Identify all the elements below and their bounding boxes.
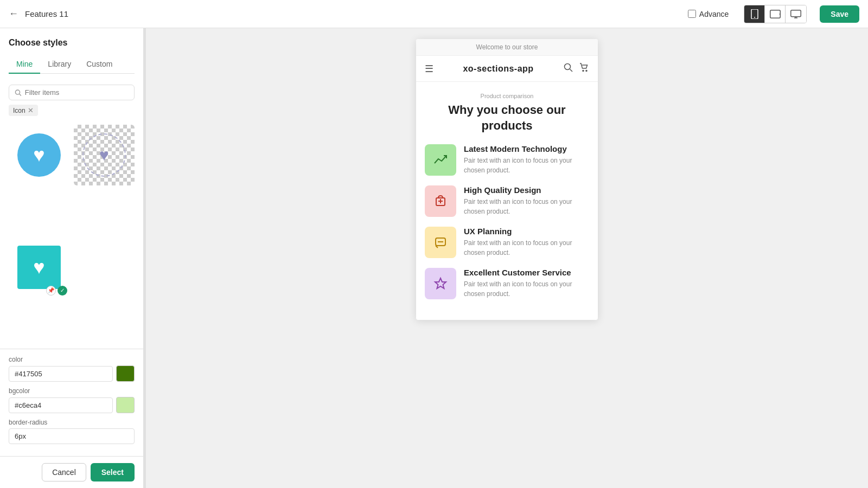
feature-text-2: High Quality Design Pair text with an ic… [464,185,589,216]
feature-title-1: Latest Modern Technology [464,144,589,153]
search-icon [15,89,22,97]
topbar: ← Features 11 Advance Save [0,0,868,28]
style-grid: ♥ ♥ ♥ 📌 ✓ [0,120,143,349]
feature-title-4: Excellent Customer Service [464,268,589,277]
filter-tag-label: Icon [13,107,25,114]
style-badges: 📌 ✓ [46,286,67,296]
heart-outline-icon: ♥ [82,133,126,177]
color-swatch[interactable] [116,365,135,382]
feature-text-3: UX Planning Pair text with an icon to fo… [464,227,589,258]
sidebar-header: Choose styles Mine Library Custom [0,28,143,78]
canvas: Welcome to our store ☰ xo-sections-app P… [146,28,868,488]
device-desktop-btn[interactable] [786,5,806,23]
feature-icon-3 [425,227,456,258]
border-radius-input-row [9,428,135,444]
bgcolor-input-row [9,397,135,413]
preview-brand: xo-sections-app [463,64,533,74]
svg-point-1 [754,17,755,18]
cart-nav-icon [579,62,589,75]
border-radius-prop: border-radius [9,419,135,444]
svg-marker-18 [435,278,446,288]
device-switcher [744,5,807,23]
feature-text-1: Latest Modern Technology Pair text with … [464,144,589,175]
svg-line-10 [570,69,573,72]
svg-point-12 [586,70,587,72]
back-icon[interactable]: ← [9,8,18,20]
sidebar-tabs: Mine Library Custom [9,55,135,74]
main-layout: Choose styles Mine Library Custom Icon ✕… [0,28,868,488]
feature-desc-4: Pair text with an icon to focus on your … [464,279,589,299]
preview-phone: Welcome to our store ☰ xo-sections-app P… [416,39,598,320]
search-input[interactable] [25,88,129,97]
tab-mine[interactable]: Mine [9,55,40,74]
feature-desc-3: Pair text with an icon to focus on your … [464,238,589,258]
feature-icon-1 [425,144,456,176]
style-preview-2: ♥ [74,125,135,185]
bgcolor-swatch[interactable] [116,397,135,413]
svg-line-8 [20,94,21,95]
filter-tag-remove[interactable]: ✕ [28,106,34,114]
filter-tags: Icon ✕ [0,105,143,120]
feature-desc-2: Pair text with an icon to focus on your … [464,197,589,216]
search-nav-icon [563,62,573,75]
style-item-3[interactable]: ♥ 📌 ✓ [9,237,69,298]
advance-label: Advance [699,10,729,18]
advance-toggle[interactable]: Advance [688,10,729,18]
page-title: Features 11 [25,9,68,18]
style-item-1[interactable]: ♥ [9,125,69,185]
hamburger-icon: ☰ [425,63,433,75]
sidebar-properties: color bgcolor border-radius [0,349,143,456]
svg-rect-4 [791,10,801,16]
tab-custom[interactable]: Custom [79,55,120,74]
sidebar: Choose styles Mine Library Custom Icon ✕… [0,28,144,488]
svg-rect-2 [770,10,781,18]
save-button[interactable]: Save [820,5,859,23]
filter-tag-icon: Icon ✕ [9,105,38,116]
bgcolor-label: bgcolor [9,387,135,395]
svg-point-11 [583,70,584,72]
device-mobile-btn[interactable] [744,5,765,23]
heart-teal-icon: ♥ [17,246,61,289]
style-item-2[interactable]: ♥ [74,125,135,185]
border-radius-label: border-radius [9,419,135,426]
color-input-row [9,365,135,382]
feature-item-3: UX Planning Pair text with an icon to fo… [425,227,589,258]
svg-point-3 [779,14,780,15]
cancel-button[interactable]: Cancel [42,463,86,481]
device-tablet-btn[interactable] [765,5,786,23]
check-badge: ✓ [58,286,67,296]
search-box [9,85,135,100]
preview-navbar: ☰ xo-sections-app [416,56,598,82]
feature-item-2: High Quality Design Pair text with an ic… [425,185,589,217]
color-input[interactable] [9,366,113,382]
preview-heading: Why you choose our products [425,102,589,133]
sidebar-title: Choose styles [9,38,135,48]
feature-title-3: UX Planning [464,227,589,236]
heart-blue-icon: ♥ [17,133,61,177]
preview-store-bar: Welcome to our store [416,39,598,56]
advance-checkbox[interactable] [688,10,696,18]
preview-subtitle: Product comparison [425,93,589,99]
svg-point-7 [15,89,20,94]
tab-library[interactable]: Library [40,55,79,74]
style-preview-1: ♥ [9,125,69,185]
feature-text-4: Excellent Customer Service Pair text wit… [464,268,589,299]
preview-navbar-icons [563,62,589,75]
feature-icon-2 [425,185,456,217]
feature-item-4: Excellent Customer Service Pair text wit… [425,268,589,299]
bgcolor-prop: bgcolor [9,387,135,413]
sidebar-footer: Cancel Select [0,456,143,488]
feature-item-1: Latest Modern Technology Pair text with … [425,144,589,176]
feature-desc-1: Pair text with an icon to focus on your … [464,156,589,175]
color-label: color [9,356,135,363]
bgcolor-input[interactable] [9,397,113,413]
preview-content: Product comparison Why you choose our pr… [416,82,598,320]
feature-title-2: High Quality Design [464,185,589,195]
pin-badge: 📌 [46,286,56,296]
color-prop: color [9,356,135,382]
svg-point-9 [565,64,571,70]
select-button[interactable]: Select [91,463,135,481]
feature-icon-4 [425,268,456,299]
border-radius-input[interactable] [9,428,135,444]
